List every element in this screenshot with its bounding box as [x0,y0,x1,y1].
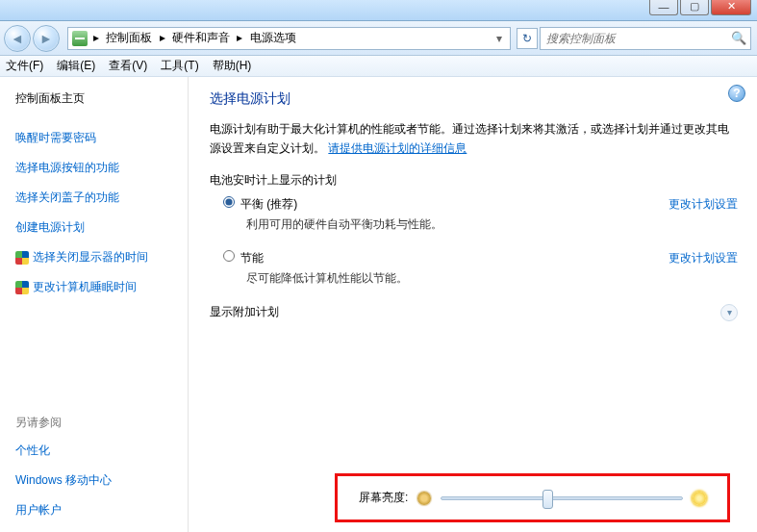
radio-plan-balanced[interactable] [223,196,235,208]
sidebar-item-power-button[interactable]: 选择电源按钮的功能 [15,160,176,176]
page-description: 电源计划有助于最大化计算机的性能或者节能。通过选择计划来将其激活，或选择计划并通… [210,119,738,159]
nav-back-button[interactable]: ◄ [4,25,31,52]
search-icon[interactable]: 🔍 [731,31,746,45]
client-area: 控制面板主页 唤醒时需要密码 选择电源按钮的功能 选择关闭盖子的功能 创建电源计… [0,77,757,532]
menu-file[interactable]: 文件(F) [6,58,43,74]
minimize-button[interactable]: — [649,0,678,15]
sidebar-item-display-off-time[interactable]: 选择关闭显示器的时间 [33,249,148,266]
change-plan-settings-balanced[interactable]: 更改计划设置 [669,196,738,213]
see-also-personalization[interactable]: 个性化 [15,443,176,459]
see-also-user-accounts[interactable]: 用户帐户 [15,502,176,519]
menu-edit[interactable]: 编辑(E) [57,58,95,74]
breadcrumb-item-hardware-sound[interactable]: 硬件和声音 [172,31,230,44]
address-bar[interactable]: ▸ 控制面板 ▸ 硬件和声音 ▸ 电源选项 ▾ [67,27,511,50]
breadcrumb-sep: ▸ [160,31,165,44]
show-additional-plans[interactable]: 显示附加计划 ▾ [210,304,738,321]
close-button[interactable]: ✕ [711,0,751,15]
help-icon[interactable]: ? [728,85,745,102]
brightness-slider-thumb[interactable] [543,490,553,509]
radio-plan-power-saver[interactable] [223,250,235,262]
menu-help[interactable]: 帮助(H) [213,58,252,74]
brightness-label: 屏幕亮度: [359,490,408,506]
page-title: 选择电源计划 [210,90,738,108]
maximize-button[interactable]: ▢ [680,0,709,15]
chevron-down-icon: ▾ [720,304,738,321]
address-dropdown-icon[interactable]: ▾ [492,32,506,45]
plan-balanced-label[interactable]: 平衡 (推荐) [240,196,297,213]
address-bar-row: ◄ ► ▸ 控制面板 ▸ 硬件和声音 ▸ 电源选项 ▾ ↻ 🔍 [0,21,757,56]
sidebar-item-sleep-time[interactable]: 更改计算机睡眠时间 [33,279,137,295]
breadcrumb-item-power-options[interactable]: 电源选项 [250,31,296,44]
see-also-heading: 另请参阅 [15,415,176,431]
desc-link[interactable]: 请提供电源计划的详细信息 [328,141,467,155]
window-titlebar: — ▢ ✕ [0,0,757,21]
sidebar-item-create-plan[interactable]: 创建电源计划 [15,219,176,236]
sidebar: 控制面板主页 唤醒时需要密码 选择电源按钮的功能 选择关闭盖子的功能 创建电源计… [0,77,189,532]
sidebar-item-require-password[interactable]: 唤醒时需要密码 [15,130,176,146]
menu-bar: 文件(F) 编辑(E) 查看(V) 工具(T) 帮助(H) [0,56,757,77]
shield-icon [15,281,29,294]
show-additional-plans-label: 显示附加计划 [210,304,279,320]
brightness-bright-icon [693,492,706,505]
brightness-dim-icon [417,492,431,505]
plan-balanced-desc: 利用可用的硬件自动平衡功耗与性能。 [246,216,738,233]
breadcrumb: ▸ 控制面板 ▸ 硬件和声音 ▸ 电源选项 [91,30,298,46]
desc-text: 电源计划有助于最大化计算机的性能或者节能。通过选择计划来将其激活，或选择计划并通… [210,122,729,155]
search-box[interactable]: 🔍 [540,27,751,50]
content-pane: ? 选择电源计划 电源计划有助于最大化计算机的性能或者节能。通过选择计划来将其激… [189,77,757,532]
sidebar-home[interactable]: 控制面板主页 [15,90,176,107]
shield-icon [15,251,29,265]
control-panel-icon [72,31,88,46]
menu-tools[interactable]: 工具(T) [161,58,198,74]
brightness-panel: 屏幕亮度: [335,473,730,522]
search-input[interactable] [544,31,731,46]
menu-view[interactable]: 查看(V) [109,58,147,74]
change-plan-settings-power-saver[interactable]: 更改计划设置 [669,250,738,266]
brightness-slider[interactable] [441,496,683,500]
breadcrumb-sep: ▸ [93,31,99,44]
nav-forward-button[interactable]: ► [33,25,60,52]
see-also-mobility-center[interactable]: Windows 移动中心 [15,472,176,489]
breadcrumb-sep: ▸ [237,31,242,44]
plan-power-saver-desc: 尽可能降低计算机性能以节能。 [246,270,738,287]
plan-power-saver-label[interactable]: 节能 [240,250,264,266]
sidebar-item-close-lid[interactable]: 选择关闭盖子的功能 [15,190,176,206]
group-battery-meter-plans: 电池安时计上显示的计划 [210,172,738,189]
breadcrumb-item-control-panel[interactable]: 控制面板 [106,31,152,44]
refresh-button[interactable]: ↻ [517,28,538,49]
